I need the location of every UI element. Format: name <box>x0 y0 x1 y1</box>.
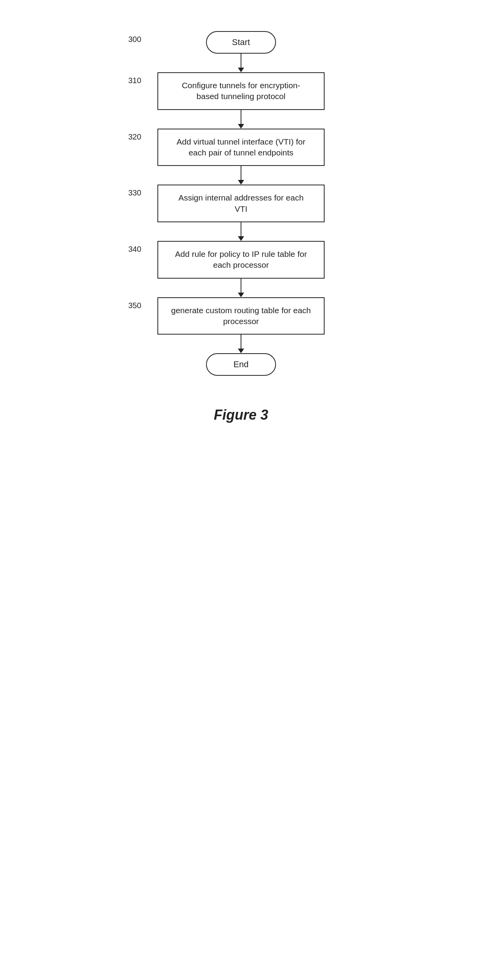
end-node: End <box>206 353 276 376</box>
start-node: Start <box>206 31 276 54</box>
step-label-350: 350 <box>128 301 141 310</box>
step-label-310: 310 <box>128 76 141 85</box>
start-node-wrapper: 300 Start <box>105 31 377 54</box>
step-label-320: 320 <box>128 133 141 141</box>
step330-wrapper: 330 Assign internal addresses for each V… <box>105 185 377 222</box>
step320-wrapper: 320 Add virtual tunnel interface (VTI) f… <box>105 129 377 166</box>
arrow-line-3 <box>241 166 241 180</box>
arrow-head-2 <box>238 124 244 129</box>
arrow-5 <box>105 279 377 297</box>
step340-wrapper: 340 Add rule for policy to IP rule table… <box>105 241 377 279</box>
step-label-340: 340 <box>128 245 141 254</box>
step350-wrapper: 350 generate custom routing table for ea… <box>105 297 377 335</box>
arrow-line-5 <box>241 279 241 293</box>
figure-caption: Figure 3 <box>214 407 268 423</box>
arrow-2 <box>105 110 377 129</box>
arrow-head-4 <box>238 236 244 241</box>
step320-node: Add virtual tunnel interface (VTI) for e… <box>157 129 325 166</box>
step-label-300: 300 <box>128 35 141 44</box>
arrow-3 <box>105 166 377 185</box>
flowchart: 300 Start 310 Configure tunnels for encr… <box>105 31 377 376</box>
arrow-line-1 <box>241 54 241 68</box>
arrow-line-2 <box>241 110 241 124</box>
diagram-container: 300 Start 310 Configure tunnels for encr… <box>105 16 377 423</box>
arrow-line-4 <box>241 222 241 236</box>
arrow-line-6 <box>241 335 241 349</box>
step310-wrapper: 310 Configure tunnels for encryption- ba… <box>105 72 377 110</box>
arrow-6 <box>105 335 377 353</box>
step330-node: Assign internal addresses for each VTI <box>157 185 325 222</box>
arrow-head-1 <box>238 68 244 72</box>
arrow-1 <box>105 54 377 72</box>
arrow-4 <box>105 222 377 241</box>
step310-node: Configure tunnels for encryption- based … <box>157 72 325 110</box>
arrow-head-5 <box>238 293 244 297</box>
end-node-wrapper: End <box>105 353 377 376</box>
arrow-head-6 <box>238 349 244 353</box>
arrow-head-3 <box>238 180 244 185</box>
step-label-330: 330 <box>128 188 141 197</box>
step350-node: generate custom routing table for each p… <box>157 297 325 335</box>
step340-node: Add rule for policy to IP rule table for… <box>157 241 325 279</box>
